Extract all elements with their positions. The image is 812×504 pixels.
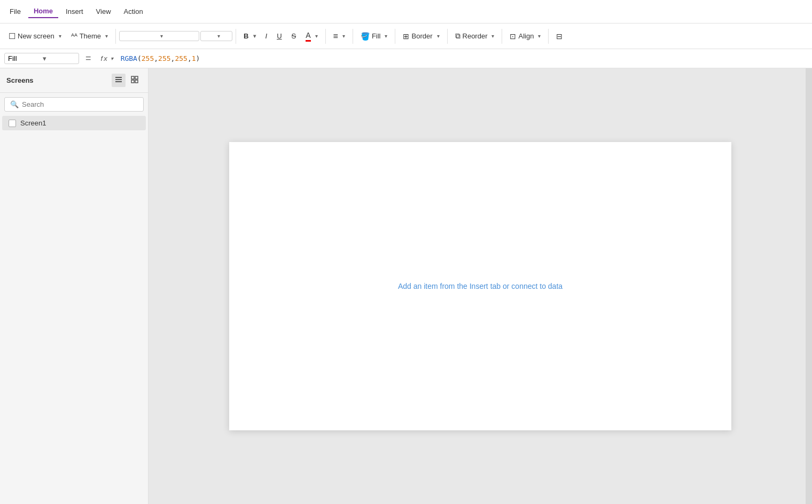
new-screen-chevron-icon: ▾ <box>59 33 61 39</box>
font-color-label: A <box>306 31 310 42</box>
font-dropdown[interactable]: ▾ <box>119 31 199 41</box>
reorder-chevron-icon: ▾ <box>491 33 494 39</box>
property-chevron-icon: ▾ <box>43 54 75 62</box>
right-scrollbar[interactable] <box>806 68 812 504</box>
border-button[interactable]: ⊞ Border ▾ <box>399 29 443 43</box>
screens-list: Screen1 <box>0 116 148 130</box>
italic-label: I <box>266 32 268 40</box>
formula-value: RGBA(255, 255, 255, 1) <box>121 54 808 62</box>
separator-2 <box>236 29 236 44</box>
border-label: Border <box>411 32 432 40</box>
align-right-button[interactable]: ⊡ Align ▾ <box>505 29 545 43</box>
screens-header: Screens <box>0 68 148 93</box>
property-value: Fill <box>8 54 41 62</box>
align-right-label: Align <box>518 32 534 40</box>
fx-x: x <box>104 54 107 62</box>
svg-rect-5 <box>131 80 134 83</box>
bold-button[interactable]: B ▾ <box>239 29 260 43</box>
connect-data-link[interactable]: connect to data <box>511 282 563 290</box>
strikethrough-button[interactable]: S <box>287 29 301 43</box>
menu-view[interactable]: View <box>91 5 116 18</box>
align-icon: ≡ <box>333 32 338 41</box>
font-color-button[interactable]: A ▾ <box>301 28 322 44</box>
formula-comma-2: , <box>171 54 175 62</box>
separator-4 <box>353 29 353 44</box>
extra-button[interactable]: ⊟ <box>552 29 567 43</box>
svg-rect-1 <box>115 79 122 80</box>
fx-chevron-icon: ▾ <box>111 56 113 61</box>
svg-rect-2 <box>115 81 122 82</box>
insert-tab-link[interactable]: Insert tab <box>470 282 501 290</box>
new-screen-button[interactable]: ☐ New screen ▾ <box>4 29 66 44</box>
search-input[interactable] <box>22 100 138 108</box>
border-icon: ⊞ <box>403 32 409 41</box>
canvas-hint-or: or <box>501 282 511 290</box>
font-chevron-icon: ▾ <box>160 33 196 39</box>
menu-bar: File Home Insert View Action <box>0 0 812 23</box>
grid-view-icon <box>130 75 139 84</box>
svg-rect-6 <box>135 80 138 83</box>
formula-comma-3: , <box>188 54 192 62</box>
formula-r: 255 <box>142 54 154 62</box>
menu-home[interactable]: Home <box>28 5 58 18</box>
fill-chevron-icon: ▾ <box>385 33 387 39</box>
separator-7 <box>502 29 502 44</box>
theme-icon: ᴬᴬ <box>71 32 77 41</box>
fill-icon: 🪣 <box>361 32 370 41</box>
formula-bar: Fill ▾ = fx ▾ RGBA(255, 255, 255, 1) <box>0 49 812 68</box>
separator-5 <box>395 29 395 44</box>
extra-icon: ⊟ <box>556 32 563 41</box>
bold-label: B <box>244 32 248 40</box>
separator-1 <box>115 29 116 44</box>
new-screen-label: New screen <box>18 32 54 40</box>
font-size-dropdown[interactable]: ▾ <box>200 31 232 41</box>
property-dropdown[interactable]: Fill ▾ <box>4 53 79 64</box>
separator-8 <box>548 29 549 44</box>
separator-6 <box>447 29 448 44</box>
underline-button[interactable]: U <box>272 29 286 43</box>
font-color-chevron-icon: ▾ <box>315 33 318 39</box>
search-box[interactable]: 🔍 <box>4 97 144 112</box>
menu-action[interactable]: Action <box>119 5 149 18</box>
theme-button[interactable]: ᴬᴬ Theme ▾ <box>67 29 112 43</box>
fx-label: f <box>101 54 103 62</box>
align-button[interactable]: ≡ ▾ <box>329 29 349 44</box>
align-right-icon: ⊡ <box>510 32 516 41</box>
italic-button[interactable]: I <box>261 29 272 43</box>
search-icon: 🔍 <box>10 100 19 108</box>
bold-chevron-icon: ▾ <box>253 33 256 39</box>
font-size-chevron-icon: ▾ <box>217 33 229 39</box>
strikethrough-label: S <box>292 32 296 40</box>
fill-button[interactable]: 🪣 Fill ▾ <box>356 29 392 43</box>
formula-b: 255 <box>175 54 187 62</box>
formula-g: 255 <box>158 54 170 62</box>
screen-item[interactable]: Screen1 <box>2 116 146 130</box>
border-chevron-icon: ▾ <box>437 33 440 39</box>
fx-button[interactable]: fx ▾ <box>98 53 116 64</box>
grid-view-button[interactable] <box>128 74 142 87</box>
svg-rect-4 <box>135 76 138 79</box>
canvas-frame: Add an item from the Insert tab or conne… <box>229 142 731 430</box>
screen-name: Screen1 <box>20 119 46 127</box>
separator-3 <box>325 29 326 44</box>
new-screen-icon: ☐ <box>9 32 15 41</box>
reorder-icon: ⧉ <box>455 32 460 41</box>
menu-insert[interactable]: Insert <box>60 5 89 18</box>
reorder-button[interactable]: ⧉ Reorder ▾ <box>451 29 499 43</box>
canvas-area[interactable]: Add an item from the Insert tab or conne… <box>149 68 812 504</box>
reorder-label: Reorder <box>463 32 488 40</box>
svg-rect-0 <box>115 77 122 78</box>
view-toggle <box>112 74 142 87</box>
canvas-hint-prefix: Add an item from the <box>398 282 470 290</box>
screens-title: Screens <box>6 76 34 84</box>
equals-sign: = <box>83 53 93 64</box>
formula-close-paren: ) <box>196 54 200 62</box>
list-view-button[interactable] <box>112 74 126 87</box>
screen-checkbox[interactable] <box>9 120 16 127</box>
canvas-hint: Add an item from the Insert tab or conne… <box>398 282 563 290</box>
menu-file[interactable]: File <box>4 5 26 18</box>
align-chevron-icon: ▾ <box>342 33 345 39</box>
formula-rgba-keyword: RGBA <box>121 54 137 62</box>
main-layout: Screens <box>0 68 812 504</box>
underline-label: U <box>277 32 282 40</box>
